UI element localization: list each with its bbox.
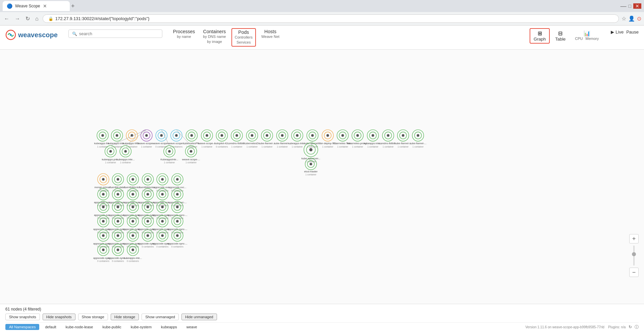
svg-text:1 container: 1 container	[141, 146, 152, 148]
svg-point-85	[326, 134, 329, 137]
svg-point-174	[102, 193, 105, 196]
svg-text:etcd-master: etcd-master	[304, 170, 318, 173]
zoom-in-button[interactable]: +	[629, 234, 639, 243]
resources-icon: 📊	[584, 30, 590, 37]
forward-button[interactable]: →	[13, 14, 21, 23]
svg-point-184	[131, 193, 134, 196]
nav-hosts[interactable]: Hosts Weave Net	[259, 28, 282, 40]
svg-point-130	[168, 150, 171, 153]
zoom-handle[interactable]	[633, 245, 635, 266]
svg-text:KubernetesD...: KubernetesD...	[244, 142, 261, 145]
nav-containers-sub-0[interactable]: by DNS name	[203, 34, 226, 39]
search-input[interactable]	[79, 31, 159, 36]
refresh-version-button[interactable]: ↻	[629, 325, 632, 329]
main-content: .gnode-outer { fill: none; stroke: #5cb8…	[0, 50, 644, 304]
view-graph-button[interactable]: ⊞ Graph	[530, 28, 550, 44]
svg-point-159	[147, 178, 149, 181]
nav-processes-sub-0[interactable]: by name	[177, 34, 191, 39]
info-version-button[interactable]: ⓘ	[635, 324, 639, 330]
close-button[interactable]: ✕	[633, 3, 641, 9]
minimize-button[interactable]: —	[621, 3, 627, 10]
zoom-indicator[interactable]	[632, 252, 636, 256]
svg-text:kubeapps-inte...: kubeapps-inte...	[124, 256, 142, 259]
svg-point-169	[176, 178, 179, 181]
back-button[interactable]: ←	[3, 14, 11, 23]
bookmark-button[interactable]: ☆	[622, 15, 626, 22]
resources-cpu-label[interactable]: CPU	[575, 37, 583, 41]
svg-text:1 container: 1 container	[277, 146, 288, 148]
svg-point-53	[266, 134, 268, 137]
user-button[interactable]: 👤	[628, 15, 635, 22]
nav-containers-sub-1[interactable]: by image	[207, 39, 222, 44]
view-table-button[interactable]: ⊟ Table	[551, 28, 570, 44]
ns-kube-system-button[interactable]: kube-system	[127, 324, 155, 330]
svg-text:0 containers: 0 containers	[216, 146, 228, 148]
hide-snapshots-button[interactable]: Hide snapshots	[43, 314, 75, 320]
svg-text:appscode-sync-...: appscode-sync-...	[167, 242, 187, 245]
nav-hosts-label: Hosts	[264, 29, 276, 34]
hide-storage-button[interactable]: Hide storage	[111, 314, 139, 320]
search-box[interactable]: 🔍	[68, 30, 162, 38]
svg-text:1 container: 1 container	[305, 173, 317, 176]
show-storage-button[interactable]: Show storage	[78, 314, 108, 320]
svg-point-214	[131, 206, 134, 208]
svg-point-80	[310, 163, 312, 165]
pause-button[interactable]: Pause	[626, 30, 639, 35]
view-resources-button[interactable]: 📊 CPU Memory	[571, 28, 603, 43]
ns-kube-node-lease-button[interactable]: kube-node-lease	[62, 324, 97, 330]
nav-pods-sub-1[interactable]: Services	[236, 40, 251, 45]
menu-button[interactable]: ⊙	[637, 15, 641, 22]
ns-weave-button[interactable]: weave	[183, 324, 201, 330]
svg-point-135	[190, 150, 193, 153]
version-info: Version 1.11.6 on weave-scope-app-b99fb9…	[525, 324, 639, 330]
svg-point-279	[147, 234, 149, 237]
svg-text:0 containers: 0 containers	[170, 146, 183, 148]
nav-containers[interactable]: Containers by DNS name by image	[200, 28, 228, 45]
svg-text:kube-flannel-...: kube-flannel-...	[410, 142, 426, 145]
namespace-bar: All Namespaces default kube-node-lease k…	[5, 322, 639, 331]
svg-point-289	[176, 234, 179, 237]
nav-processes[interactable]: Processes by name	[170, 28, 198, 40]
nav-pods-sub-0[interactable]: Controllers	[235, 35, 253, 40]
show-snapshots-button[interactable]: Show snapshots	[5, 314, 40, 320]
svg-text:weave-scope-...: weave-scope-...	[182, 158, 200, 161]
ns-default-button[interactable]: default	[41, 324, 60, 330]
new-tab-button[interactable]: +	[71, 3, 75, 10]
resources-memory-label[interactable]: Memory	[586, 37, 599, 41]
ns-kubeapps-button[interactable]: kubeapps	[157, 324, 181, 330]
show-unmanaged-button[interactable]: Show unmanaged	[142, 314, 179, 320]
svg-point-189	[147, 193, 149, 196]
node-dot	[101, 134, 104, 137]
zoom-out-button[interactable]: −	[629, 268, 639, 277]
home-button[interactable]: ⌂	[34, 14, 40, 23]
zoom-controls: + −	[629, 234, 639, 277]
svg-point-13	[145, 134, 148, 137]
svg-text:kubeapps-inte...: kubeapps-inte...	[116, 158, 135, 161]
nav-hosts-sub-0[interactable]: Weave Net	[261, 34, 279, 39]
browser-tab[interactable]: 🔵 Weave Scope ✕	[3, 1, 70, 11]
node-count: 61 nodes (4 filtered)	[5, 307, 41, 312]
url-bar[interactable]: 🔒 172.27.9.131:30022/#/state/{"topologyI…	[43, 14, 619, 23]
svg-point-154	[131, 178, 134, 181]
pause-label: Pause	[626, 30, 639, 35]
maximize-button[interactable]: □	[629, 3, 631, 9]
tab-close-button[interactable]: ✕	[43, 3, 47, 9]
plugins-text: Plugins: n/a	[608, 325, 626, 329]
svg-text:0 containers: 0 containers	[156, 245, 169, 248]
live-pause-controls: ▶ Live Pause	[611, 28, 639, 35]
logo[interactable]: weavescope	[5, 28, 58, 40]
nav-pods[interactable]: Pods Controllers Services	[231, 28, 256, 47]
svg-point-209	[117, 206, 119, 208]
ns-kube-public-button[interactable]: kube-public	[99, 324, 125, 330]
live-button[interactable]: ▶ Live	[611, 30, 624, 35]
hide-unmanaged-button[interactable]: Hide unmanaged	[181, 314, 217, 320]
refresh-button[interactable]: ↻	[24, 14, 31, 23]
svg-text:1 container: 1 container	[262, 146, 273, 148]
svg-text:1 container: 1 container	[202, 146, 213, 148]
svg-point-48	[251, 134, 254, 137]
nav-processes-sub: by name	[177, 34, 191, 39]
logo-icon	[5, 30, 16, 40]
ns-all-button[interactable]: All Namespaces	[5, 324, 39, 330]
svg-text:1 container: 1 container	[352, 146, 364, 148]
svg-text:appscode-sync-...: appscode-sync-...	[167, 213, 187, 216]
